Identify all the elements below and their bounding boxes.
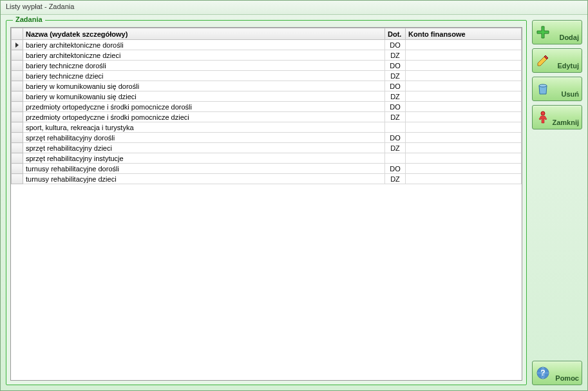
row-selector[interactable] — [12, 112, 23, 122]
cell-dot: DO — [385, 133, 406, 143]
zadania-table[interactable]: Nazwa (wydatek szczegółowy) Dot. Konto f… — [11, 28, 522, 184]
row-selector[interactable] — [12, 174, 23, 184]
close-button[interactable]: Zamknij — [532, 105, 582, 129]
row-selector[interactable] — [12, 122, 23, 133]
cell-dot — [385, 153, 406, 164]
table-container: Nazwa (wydatek szczegółowy) Dot. Konto f… — [10, 27, 522, 381]
svg-text:?: ? — [540, 368, 545, 377]
cell-nazwa: sprzęt rehabilitacyjny dzieci — [23, 143, 385, 153]
svg-point-0 — [539, 84, 547, 87]
table-row[interactable]: bariery architektoniczne dzieciDZ — [12, 50, 522, 61]
row-selector[interactable] — [12, 40, 23, 50]
row-selector[interactable] — [12, 61, 23, 71]
row-selector[interactable] — [12, 153, 23, 164]
cell-konto — [406, 153, 522, 164]
cell-nazwa: sprzęt rehabilitacyjny dorośli — [23, 133, 385, 143]
row-selector[interactable] — [12, 143, 23, 153]
cell-dot: DO — [385, 61, 406, 71]
table-row[interactable]: przedmioty ortopedyczne i środki pomocni… — [12, 112, 522, 122]
cell-nazwa: przedmioty ortopedyczne i środki pomocni… — [23, 102, 385, 112]
table-row[interactable]: bariery w komunikowaniu się dzieciDZ — [12, 91, 522, 102]
table-row[interactable]: turnusy rehabilitacyjne dzieciDZ — [12, 174, 522, 184]
cell-nazwa: bariery w komunikowaniu się dzieci — [23, 91, 385, 102]
zadania-group: Zadania Nazwa (wydatek szczegółowy) Dot.… — [6, 20, 527, 385]
cell-konto — [406, 40, 522, 50]
cell-dot: DZ — [385, 50, 406, 61]
table-row[interactable]: bariery w komunikowaniu się dorośliDO — [12, 81, 522, 91]
edit-button[interactable]: Edytuj — [532, 48, 582, 73]
content: Zadania Nazwa (wydatek szczegółowy) Dot.… — [1, 15, 587, 390]
cell-nazwa: bariery techniczne dorośli — [23, 61, 385, 71]
cell-nazwa: turnusy rehabilitacyjne dzieci — [23, 174, 385, 184]
cell-nazwa: sprzęt rehabilitacyjny instytucje — [23, 153, 385, 164]
sidebar: Dodaj Edytuj Usuń — [532, 20, 582, 385]
help-icon: ? — [535, 365, 551, 381]
table-row[interactable]: przedmioty ortopedyczne i środki pomocni… — [12, 102, 522, 112]
row-selector[interactable] — [12, 102, 23, 112]
cell-konto — [406, 164, 522, 174]
help-label: Pomoc — [552, 374, 579, 383]
cell-nazwa: bariery techniczne dzieci — [23, 71, 385, 81]
table-row[interactable]: sprzęt rehabilitacyjny dorośliDO — [12, 133, 522, 143]
close-label: Zamknij — [552, 119, 579, 128]
cell-nazwa: bariery architektoniczne dzieci — [23, 50, 385, 61]
cell-nazwa: bariery w komunikowaniu się dorośli — [23, 81, 385, 91]
current-row-pointer-icon — [15, 43, 19, 48]
cell-konto — [406, 91, 522, 102]
person-exit-icon — [535, 110, 551, 125]
table-row[interactable]: sprzęt rehabilitacyjny dzieciDZ — [12, 143, 522, 153]
titlebar: Listy wypłat - Zadania — [1, 1, 587, 15]
cell-konto — [406, 61, 522, 71]
cell-dot: DZ — [385, 91, 406, 102]
header-dot[interactable]: Dot. — [385, 28, 406, 40]
main-panel: Zadania Nazwa (wydatek szczegółowy) Dot.… — [6, 20, 527, 385]
cell-nazwa: sport, kultura, rekreacja i turystyka — [23, 122, 385, 133]
group-title: Zadania — [13, 15, 45, 23]
window-title: Listy wypłat - Zadania — [6, 3, 74, 10]
table-row[interactable]: turnusy rehabilitacyjne dorośliDO — [12, 164, 522, 174]
add-button[interactable]: Dodaj — [532, 20, 582, 44]
header-nazwa[interactable]: Nazwa (wydatek szczegółowy) — [23, 28, 385, 40]
cell-dot: DZ — [385, 174, 406, 184]
table-row[interactable]: sprzęt rehabilitacyjny instytucje — [12, 153, 522, 164]
header-konto[interactable]: Konto finansowe — [406, 28, 522, 40]
cell-konto — [406, 143, 522, 153]
window: Listy wypłat - Zadania Zadania Nazwa (wy… — [0, 0, 588, 391]
row-selector[interactable] — [12, 50, 23, 61]
svg-point-1 — [541, 111, 545, 115]
cell-konto — [406, 112, 522, 122]
table-row[interactable]: bariery techniczne dorośliDO — [12, 61, 522, 71]
table-row[interactable]: bariery architektoniczne dorośliDO — [12, 40, 522, 50]
cell-konto — [406, 50, 522, 61]
cell-dot — [385, 122, 406, 133]
cell-dot: DO — [385, 40, 406, 50]
header-selector — [12, 28, 23, 40]
plus-icon — [535, 24, 551, 40]
cell-dot: DO — [385, 102, 406, 112]
cell-dot: DO — [385, 81, 406, 91]
cell-dot: DZ — [385, 112, 406, 122]
cell-nazwa: przedmioty ortopedyczne i środki pomocni… — [23, 112, 385, 122]
row-selector[interactable] — [12, 71, 23, 81]
row-selector[interactable] — [12, 164, 23, 174]
edit-label: Edytuj — [552, 62, 579, 71]
cell-nazwa: turnusy rehabilitacyjne dorośli — [23, 164, 385, 174]
row-selector[interactable] — [12, 91, 23, 102]
table-header-row: Nazwa (wydatek szczegółowy) Dot. Konto f… — [12, 28, 522, 40]
delete-button[interactable]: Usuń — [532, 77, 582, 101]
cell-dot: DZ — [385, 71, 406, 81]
help-button[interactable]: ? Pomoc — [532, 361, 582, 385]
trash-icon — [535, 81, 551, 97]
cell-dot: DZ — [385, 143, 406, 153]
cell-konto — [406, 71, 522, 81]
row-selector[interactable] — [12, 133, 23, 143]
delete-label: Usuń — [552, 90, 579, 99]
cell-konto — [406, 102, 522, 112]
pencil-icon — [535, 53, 551, 68]
table-row[interactable]: bariery techniczne dzieciDZ — [12, 71, 522, 81]
cell-konto — [406, 174, 522, 184]
row-selector[interactable] — [12, 81, 23, 91]
cell-konto — [406, 81, 522, 91]
table-row[interactable]: sport, kultura, rekreacja i turystyka — [12, 122, 522, 133]
cell-nazwa: bariery architektoniczne dorośli — [23, 40, 385, 50]
